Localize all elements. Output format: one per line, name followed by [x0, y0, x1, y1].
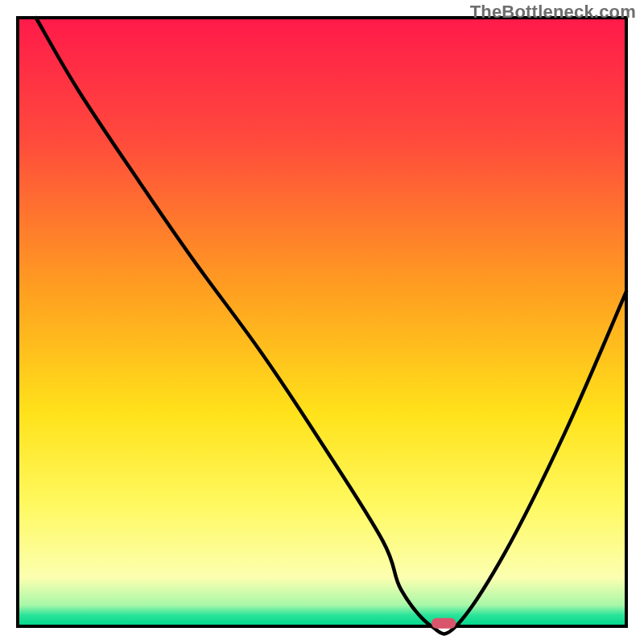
- optimal-marker: [431, 618, 456, 629]
- watermark-text: TheBottleneck.com: [470, 2, 636, 23]
- bottleneck-chart: [0, 0, 644, 644]
- chart-container: TheBottleneck.com: [0, 0, 644, 644]
- plot-background: [18, 18, 626, 626]
